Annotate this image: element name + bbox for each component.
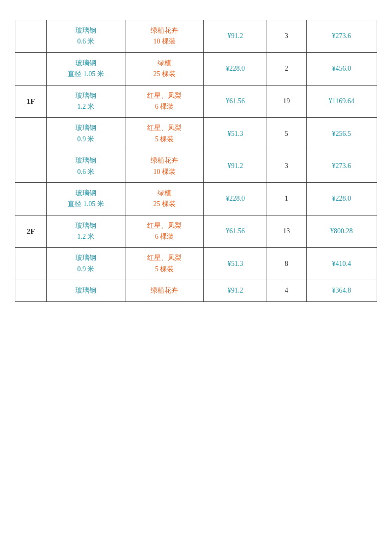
table-row: 玻璃钢绿植花卉¥91.24¥364.8 xyxy=(15,280,377,301)
total-cell: ¥256.5 xyxy=(306,118,377,150)
floor-cell xyxy=(15,280,47,301)
material-cell: 玻璃钢0.6 米 xyxy=(46,20,125,53)
material-cell: 玻璃钢0.9 米 xyxy=(46,248,125,280)
table-row: 2F玻璃钢1.2 米红星、凤梨6 棵装¥61.5613¥800.28 xyxy=(15,215,377,248)
floor-cell xyxy=(15,182,47,215)
total-cell: ¥273.6 xyxy=(306,150,377,183)
qty-cell: 3 xyxy=(267,150,306,183)
material-cell: 玻璃钢0.9 米 xyxy=(46,118,125,150)
qty-cell: 13 xyxy=(267,215,306,248)
price-cell: ¥51.3 xyxy=(204,118,267,150)
price-cell: ¥91.2 xyxy=(204,150,267,183)
price-cell: ¥228.0 xyxy=(204,52,267,85)
qty-cell: 3 xyxy=(267,20,306,53)
type-cell: 红星、凤梨5 棵装 xyxy=(125,118,204,150)
type-cell: 绿植花卉 xyxy=(125,280,204,301)
table-row: 玻璃钢0.6 米绿植花卉10 棵装¥91.23¥273.6 xyxy=(15,150,377,183)
qty-cell: 4 xyxy=(267,280,306,301)
material-cell: 玻璃钢1.2 米 xyxy=(46,85,125,118)
type-cell: 红星、凤梨6 棵装 xyxy=(125,85,204,118)
floor-label: 1F xyxy=(27,97,35,105)
material-cell: 玻璃钢直径 1.05 米 xyxy=(46,52,125,85)
data-table: 玻璃钢0.6 米绿植花卉10 棵装¥91.23¥273.6玻璃钢直径 1.05 … xyxy=(15,20,377,302)
floor-cell xyxy=(15,248,47,280)
type-cell: 绿植花卉10 棵装 xyxy=(125,150,204,183)
table-row: 1F玻璃钢1.2 米红星、凤梨6 棵装¥61.5619¥1169.64 xyxy=(15,85,377,118)
qty-cell: 8 xyxy=(267,248,306,280)
price-cell: ¥51.3 xyxy=(204,248,267,280)
type-cell: 红星、凤梨6 棵装 xyxy=(125,215,204,248)
material-cell: 玻璃钢 xyxy=(46,280,125,301)
type-cell: 绿植25 棵装 xyxy=(125,52,204,85)
qty-cell: 5 xyxy=(267,118,306,150)
floor-cell: 1F xyxy=(15,85,47,118)
total-cell: ¥364.8 xyxy=(306,280,377,301)
floor-cell xyxy=(15,150,47,183)
floor-label: 2F xyxy=(27,227,35,235)
table-row: 玻璃钢0.9 米红星、凤梨5 棵装¥51.35¥256.5 xyxy=(15,118,377,150)
type-cell: 绿植花卉10 棵装 xyxy=(125,20,204,53)
floor-cell xyxy=(15,118,47,150)
table-row: 玻璃钢0.9 米红星、凤梨5 棵装¥51.38¥410.4 xyxy=(15,248,377,280)
total-cell: ¥228.0 xyxy=(306,182,377,215)
floor-cell xyxy=(15,52,47,85)
total-cell: ¥273.6 xyxy=(306,20,377,53)
total-cell: ¥800.28 xyxy=(306,215,377,248)
total-cell: ¥1169.64 xyxy=(306,85,377,118)
price-cell: ¥228.0 xyxy=(204,182,267,215)
table-row: 玻璃钢0.6 米绿植花卉10 棵装¥91.23¥273.6 xyxy=(15,20,377,53)
qty-cell: 19 xyxy=(267,85,306,118)
floor-cell: 2F xyxy=(15,215,47,248)
price-cell: ¥91.2 xyxy=(204,280,267,301)
type-cell: 绿植25 棵装 xyxy=(125,182,204,215)
price-cell: ¥61.56 xyxy=(204,215,267,248)
price-cell: ¥61.56 xyxy=(204,85,267,118)
material-cell: 玻璃钢直径 1.05 米 xyxy=(46,182,125,215)
floor-cell xyxy=(15,20,47,53)
qty-cell: 1 xyxy=(267,182,306,215)
type-cell: 红星、凤梨5 棵装 xyxy=(125,248,204,280)
table-row: 玻璃钢直径 1.05 米绿植25 棵装¥228.01¥228.0 xyxy=(15,182,377,215)
main-table-container: 玻璃钢0.6 米绿植花卉10 棵装¥91.23¥273.6玻璃钢直径 1.05 … xyxy=(15,20,377,302)
price-cell: ¥91.2 xyxy=(204,20,267,53)
total-cell: ¥456.0 xyxy=(306,52,377,85)
qty-cell: 2 xyxy=(267,52,306,85)
material-cell: 玻璃钢0.6 米 xyxy=(46,150,125,183)
total-cell: ¥410.4 xyxy=(306,248,377,280)
material-cell: 玻璃钢1.2 米 xyxy=(46,215,125,248)
table-row: 玻璃钢直径 1.05 米绿植25 棵装¥228.02¥456.0 xyxy=(15,52,377,85)
